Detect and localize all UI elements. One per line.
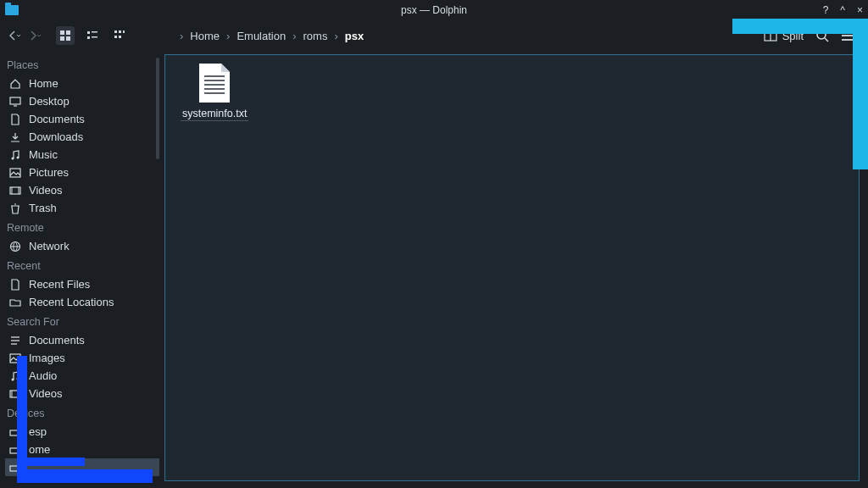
svg-line-16 xyxy=(825,38,828,42)
sidebar-item-network[interactable]: Network xyxy=(5,237,159,255)
search-button[interactable] xyxy=(815,29,829,42)
crumb-home[interactable]: Home xyxy=(190,30,220,42)
split-label: Split xyxy=(782,30,804,42)
svg-rect-40 xyxy=(10,466,20,471)
toolbar-right: Split xyxy=(764,29,863,42)
svg-rect-24 xyxy=(10,169,20,177)
svg-rect-11 xyxy=(114,36,117,38)
sidebar-item-downloads[interactable]: Downloads xyxy=(5,128,159,146)
sidebar-item-label: Trash xyxy=(29,202,57,214)
chevron-right-icon: › xyxy=(180,30,183,42)
scrollbar[interactable] xyxy=(156,58,159,159)
sidebar-item-label: ome xyxy=(29,443,50,456)
svg-rect-4 xyxy=(87,31,90,34)
sidebar-item-label: Audio xyxy=(29,369,57,382)
svg-point-23 xyxy=(17,156,19,158)
svg-rect-5 xyxy=(92,31,97,33)
section-search: Search For xyxy=(5,311,159,331)
sidebar-item-label: Recent Files xyxy=(29,278,90,291)
svg-point-22 xyxy=(12,157,14,159)
pictures-icon xyxy=(8,352,22,365)
sidebar-item-videos[interactable]: Videos xyxy=(5,181,159,199)
text-lines-icon xyxy=(8,334,22,347)
sidebar-item-desktop[interactable]: Desktop xyxy=(5,92,159,110)
drive-icon xyxy=(8,443,22,457)
folder-icon xyxy=(8,296,22,309)
sidebar: Places Home Desktop Documents Downloads … xyxy=(0,51,159,488)
svg-rect-3 xyxy=(66,36,70,41)
document-icon xyxy=(8,278,22,291)
svg-rect-2 xyxy=(60,36,64,41)
videos-icon xyxy=(8,387,22,401)
maximize-button[interactable]: ^ xyxy=(840,4,845,16)
sidebar-item-pictures[interactable]: Pictures xyxy=(5,164,159,181)
view-details-button[interactable] xyxy=(110,26,129,45)
sidebar-item-device-0[interactable]: esp xyxy=(5,423,159,441)
chevron-right-icon: › xyxy=(292,30,296,42)
file-item[interactable]: systeminfo.txt xyxy=(181,64,248,121)
titlebar: psx — Dolphin ? ^ × xyxy=(0,0,868,20)
svg-rect-20 xyxy=(10,97,20,104)
file-name: systeminfo.txt xyxy=(181,108,248,121)
text-file-icon xyxy=(199,64,230,103)
download-icon xyxy=(8,130,22,144)
svg-rect-39 xyxy=(10,448,20,453)
svg-point-15 xyxy=(817,30,826,39)
crumb-current[interactable]: psx xyxy=(345,30,364,42)
svg-rect-7 xyxy=(92,36,97,38)
search-icon xyxy=(815,29,829,42)
sidebar-item-label: Recent Locations xyxy=(29,296,114,308)
back-button[interactable] xyxy=(5,26,24,45)
help-button[interactable]: ? xyxy=(823,4,829,16)
svg-rect-12 xyxy=(119,36,121,38)
window-title: psx — Dolphin xyxy=(401,4,467,16)
crumb-emulation[interactable]: Emulation xyxy=(236,30,286,42)
sidebar-item-device-2[interactable] xyxy=(5,458,159,476)
sidebar-item-music[interactable]: Music xyxy=(5,146,159,164)
sidebar-item-label: esp xyxy=(29,425,47,438)
sidebar-item-recent-locations[interactable]: Recent Locations xyxy=(5,293,159,311)
sidebar-item-device-1[interactable]: ome xyxy=(5,441,159,458)
file-view[interactable]: systeminfo.txt xyxy=(164,54,860,481)
body-area: Places Home Desktop Documents Downloads … xyxy=(0,51,868,488)
document-icon xyxy=(8,113,22,126)
sidebar-item-label: Videos xyxy=(29,184,63,197)
section-recent: Recent xyxy=(5,255,159,275)
sidebar-item-label: Documents xyxy=(29,113,85,125)
crumb-roms[interactable]: roms xyxy=(303,30,328,42)
sidebar-item-trash[interactable]: Trash xyxy=(5,199,159,217)
music-icon xyxy=(8,369,22,383)
sidebar-item-label: Music xyxy=(29,148,58,161)
split-button[interactable]: Split xyxy=(764,30,804,42)
sidebar-item-home[interactable]: Home xyxy=(5,75,159,92)
sidebar-item-recent-files[interactable]: Recent Files xyxy=(5,275,159,293)
forward-button[interactable] xyxy=(25,26,44,45)
sidebar-item-label: Images xyxy=(29,352,65,364)
svg-rect-32 xyxy=(10,354,20,363)
desktop-icon xyxy=(8,95,22,108)
breadcrumb: › Home › Emulation › roms › psx xyxy=(180,30,364,42)
sidebar-item-documents[interactable]: Documents xyxy=(5,110,159,128)
sidebar-item-search-videos[interactable]: Videos xyxy=(5,385,159,402)
split-icon xyxy=(764,30,777,42)
svg-rect-38 xyxy=(10,430,20,435)
sidebar-item-search-images[interactable]: Images xyxy=(5,349,159,367)
close-button[interactable]: × xyxy=(857,4,863,16)
hamburger-icon xyxy=(841,30,854,42)
sidebar-item-label: Desktop xyxy=(29,95,70,108)
menu-button[interactable] xyxy=(841,30,854,42)
sidebar-item-label: Pictures xyxy=(29,166,69,179)
app-folder-icon xyxy=(5,5,19,15)
trash-icon xyxy=(8,202,22,215)
window-controls: ? ^ × xyxy=(823,4,863,16)
section-remote: Remote xyxy=(5,217,159,237)
svg-point-33 xyxy=(12,378,14,380)
drive-icon xyxy=(8,461,22,474)
section-devices: Devices xyxy=(5,402,159,423)
view-icons-button[interactable] xyxy=(56,26,75,45)
pictures-icon xyxy=(8,166,22,180)
sidebar-item-search-audio[interactable]: Audio xyxy=(5,367,159,385)
view-compact-button[interactable] xyxy=(83,26,102,45)
sidebar-item-search-documents[interactable]: Documents xyxy=(5,331,159,349)
svg-rect-6 xyxy=(87,36,90,39)
